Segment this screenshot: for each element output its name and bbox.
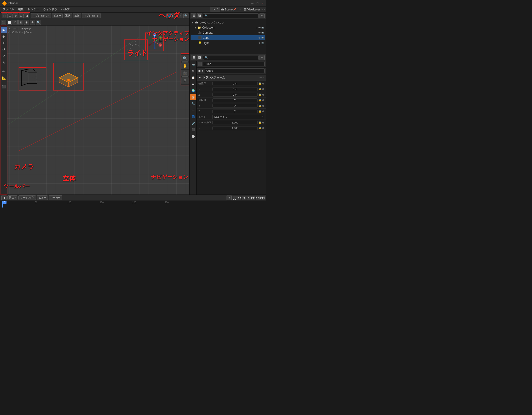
annotate-tool[interactable]: ✏ [1,68,7,74]
scale-tool[interactable]: ⤢ [1,53,7,59]
playback-btn[interactable]: 再生 ▾ [7,195,17,200]
prev-keyframe-btn[interactable]: ◀◀ [237,196,241,200]
pan-btn[interactable]: ✋ [181,62,189,69]
jump-start-btn[interactable]: |◀◀ [233,196,237,200]
marker-btn[interactable]: マーカー [49,195,62,200]
minimize-button[interactable]: — [251,2,254,5]
material-mode-icon[interactable]: ⊙ [12,20,18,25]
mode-value[interactable]: XYZ オイ... ▾ [212,115,264,119]
scene-collection-item[interactable]: ▼ 🏔 シーンコレクション [190,20,265,25]
cube-eye-icon[interactable]: 👁 [258,37,261,39]
next-keyframe-btn[interactable]: ▶▶| [256,196,260,200]
cube-object[interactable] [53,63,84,91]
rotate-tool-btn[interactable]: ⊛ [13,13,18,18]
menu-edit[interactable]: 編集 [16,7,26,12]
world-prop-btn[interactable]: 🌍 [190,88,196,94]
modifier-prop-btn[interactable]: 🔧 [190,101,196,107]
add-menu[interactable]: 追加 [73,13,81,18]
menu-help[interactable]: ヘルプ [59,7,71,12]
transform-tool-btn[interactable]: ⊟ [24,13,29,18]
cube-item[interactable]: ⬛ Cube 👁 📷 [190,35,265,40]
pos-z-dot[interactable] [262,94,264,96]
select-menu[interactable]: 選択 [64,13,72,18]
keying-btn[interactable]: キーイング ▾ [18,195,36,200]
scene-collection-expand[interactable]: ▼ [191,21,194,24]
timeline-view-btn[interactable]: ビュー [37,195,48,200]
rot-x-value[interactable]: 0° [212,98,258,102]
properties-icon-btn[interactable]: 🖼 [197,55,202,60]
move-tool[interactable]: ✛ [1,40,7,46]
frame-circle-icon[interactable]: ● [227,195,232,200]
timeline-playhead[interactable]: 1 [2,201,3,208]
collection-check-icon[interactable]: ✓ [256,27,258,29]
scene-selector[interactable]: 🏔 Scene 📌 ⧉ ✕ [221,8,241,11]
move-tool-btn[interactable]: ⊞ [7,13,12,18]
properties-view-btn[interactable]: ☰ [191,55,196,60]
view-menu[interactable]: ビュー [52,13,63,18]
scale-y-dot[interactable] [262,127,264,129]
menu-file[interactable]: ファイル [1,7,16,12]
rot-y-dot[interactable] [262,105,264,107]
object-menu[interactable]: オブジェクト [82,13,101,18]
properties-search[interactable] [203,55,259,60]
light-eye-icon[interactable]: 👁 [258,42,261,44]
collection-item[interactable]: ▼ 📁 Collection ✓ 👁 📷 [190,25,265,30]
outliner-search[interactable] [203,13,259,18]
selector-tool-btn[interactable]: ⬚ [2,13,7,18]
object-mode-icon[interactable]: ⬛ [1,20,6,25]
data-prop-btn[interactable]: ⬛ [190,127,196,133]
object-data-input[interactable]: Cube [205,68,265,73]
rendered-mode-icon[interactable]: ◉ [24,20,29,25]
particle-prop-btn[interactable]: ••• [190,107,196,113]
close-button[interactable]: ✕ [261,2,264,5]
pos-x-lock[interactable]: 🔒 [258,81,262,86]
cursor-tool[interactable]: ⊕ [1,33,7,39]
scale-y-lock[interactable]: 🔒 [258,126,262,131]
pos-x-dot[interactable] [262,83,264,85]
texture-mode-icon[interactable]: ◎ [18,20,23,25]
camera-item[interactable]: 🎥 Camera 👁 📷 [190,30,265,35]
view-layer-prop-btn[interactable]: 📋 [190,75,196,81]
rotate-tool[interactable]: ↺ [1,47,7,52]
rot-z-dot[interactable] [262,111,264,112]
physics-prop-btn[interactable]: 🌀 [190,114,196,120]
cube-render-icon[interactable]: 📷 [261,37,264,39]
collection-expand[interactable]: ▼ [194,27,197,29]
light-object[interactable] [124,39,148,60]
scale-x-dot[interactable] [262,122,264,123]
render-mode-icon[interactable]: ⊕ [30,20,35,25]
select-tool[interactable]: ▶ [1,27,7,33]
rot-z-value[interactable]: 0° [212,110,258,113]
pos-y-lock[interactable]: 🔒 [258,87,262,91]
next-frame-btn[interactable]: ▶▶ [251,196,255,200]
viewport-search-btn[interactable]: 🔍 [183,13,189,18]
properties-filter-btn[interactable]: ▽ [259,55,265,60]
measure-tool[interactable]: 📐 [1,75,7,81]
render-prop-btn[interactable]: 📷 [190,62,196,68]
rot-y-value[interactable]: 0° [212,104,258,108]
camera-eye-icon[interactable]: 👁 [258,32,261,34]
jump-end-btn[interactable]: ▶▶| [260,196,265,200]
global-local-btn[interactable]: 🌐 グロ... ▾ [166,13,182,18]
pos-x-value[interactable]: 0 m [212,82,258,85]
mode-selector[interactable]: オブジェク... ▾ [31,13,51,18]
outliner-filter-btn[interactable]: ▽ [259,13,265,18]
pos-y-value[interactable]: 0 m [212,87,258,91]
add-cube-tool[interactable]: ⬛ [1,84,7,90]
object-prop-btn[interactable]: ▣ [190,94,196,100]
light-item[interactable]: 💡 Light 👁 📷 [190,40,265,46]
camera-render-icon[interactable]: 📷 [261,32,264,34]
rot-x-lock[interactable]: 🔒 [258,98,262,103]
navigation-gizmo[interactable]: Z Y X [145,32,164,51]
snap-search-icon[interactable]: 🔍 [36,20,41,25]
scale-y-value[interactable]: 1.000 [212,126,258,130]
pos-z-lock[interactable]: 🔒 [258,92,262,97]
transform-tool[interactable]: ⤡ [1,59,7,66]
outliner-icon-btn[interactable]: 🖼 [197,13,202,18]
pos-z-value[interactable]: 0 m [212,93,258,96]
pos-y-dot[interactable] [262,88,264,90]
scene-prop-btn[interactable]: 🏔 [190,81,196,87]
material-prop-btn[interactable]: ⬤ [190,133,196,139]
collection-eye-icon[interactable]: 👁 [258,27,261,29]
scale-x-lock[interactable]: 🔒 [258,120,262,125]
